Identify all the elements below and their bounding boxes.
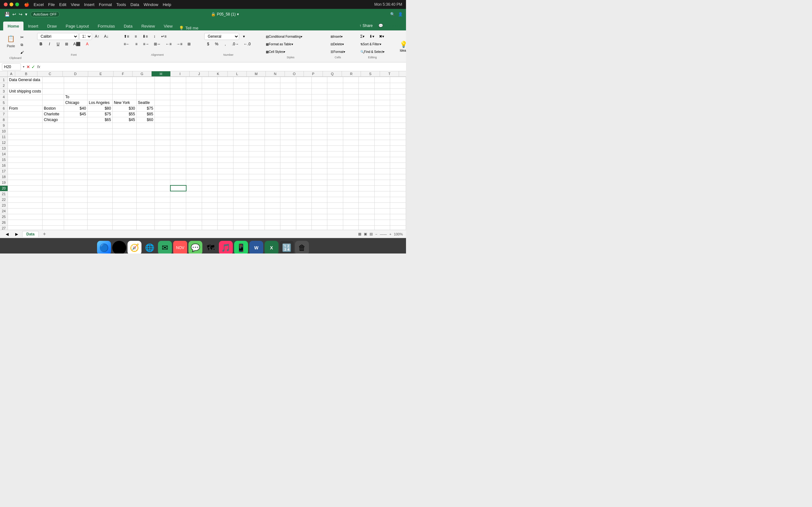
- cell-H9[interactable]: [170, 123, 186, 128]
- cell-T23[interactable]: [359, 203, 374, 208]
- cell-O26[interactable]: [281, 220, 296, 225]
- cell-K9[interactable]: [217, 123, 233, 128]
- cell-L12[interactable]: [233, 140, 249, 146]
- cell-D22[interactable]: [88, 197, 113, 203]
- cell-J12[interactable]: [202, 140, 217, 146]
- cell-N12[interactable]: [264, 140, 280, 146]
- cell-I4[interactable]: [186, 94, 202, 100]
- cell-Q22[interactable]: [312, 197, 327, 203]
- tab-draw[interactable]: Draw: [43, 21, 61, 31]
- cell-L5[interactable]: [233, 100, 249, 106]
- cell-K12[interactable]: [217, 140, 233, 146]
- cell-V26[interactable]: [390, 220, 406, 225]
- cell-L1[interactable]: [233, 77, 249, 83]
- insert-dropdown[interactable]: ▾: [341, 35, 343, 38]
- cell-R2[interactable]: [327, 83, 343, 89]
- cell-C20[interactable]: [64, 185, 87, 191]
- cell-R19[interactable]: [327, 180, 343, 185]
- cell-I14[interactable]: [186, 151, 202, 157]
- zoom-in-button[interactable]: +: [389, 232, 391, 236]
- cell-O15[interactable]: [281, 157, 296, 163]
- format-painter-button[interactable]: 🖌: [18, 49, 26, 56]
- cell-D15[interactable]: [88, 157, 113, 163]
- cell-S15[interactable]: [343, 157, 358, 163]
- cell-F25[interactable]: [136, 214, 154, 220]
- row-num-15[interactable]: 15: [0, 157, 8, 163]
- edit-menu[interactable]: Edit: [59, 2, 66, 7]
- cell-B16[interactable]: [43, 163, 64, 168]
- cell-L21[interactable]: [233, 191, 249, 197]
- cell-C11[interactable]: [64, 134, 87, 140]
- cell-O21[interactable]: [281, 191, 296, 197]
- cell-A19[interactable]: [8, 180, 43, 185]
- row-num-21[interactable]: 21: [0, 191, 8, 197]
- cell-H10[interactable]: [170, 128, 186, 134]
- cell-O6[interactable]: [281, 106, 296, 111]
- cell-V14[interactable]: [390, 151, 406, 157]
- cell-R24[interactable]: [327, 208, 343, 214]
- cell-N4[interactable]: [264, 94, 280, 100]
- cell-T9[interactable]: [359, 123, 374, 128]
- cell-H22[interactable]: [170, 197, 186, 203]
- cell-D13[interactable]: [88, 146, 113, 151]
- cell-U18[interactable]: [374, 174, 390, 180]
- underline-button[interactable]: U: [54, 41, 62, 48]
- cell-Q8[interactable]: [312, 117, 327, 123]
- cell-E12[interactable]: [112, 140, 136, 146]
- cell-L24[interactable]: [233, 208, 249, 214]
- cell-C9[interactable]: [64, 123, 87, 128]
- cell-V7[interactable]: [390, 111, 406, 117]
- cell-I24[interactable]: [186, 208, 202, 214]
- row-num-26[interactable]: 26: [0, 220, 8, 225]
- cell-O3[interactable]: [281, 89, 296, 94]
- number-format-icon[interactable]: ⊞: [185, 41, 193, 48]
- cell-D21[interactable]: [88, 191, 113, 197]
- cell-R4[interactable]: [327, 94, 343, 100]
- cell-P27[interactable]: [296, 225, 311, 230]
- cell-D5[interactable]: Los Angeles: [88, 100, 113, 106]
- cell-Q21[interactable]: [312, 191, 327, 197]
- row-num-6[interactable]: 6: [0, 106, 8, 111]
- dock-safari[interactable]: 🧭: [128, 241, 142, 254]
- cell-S9[interactable]: [343, 123, 358, 128]
- cell-V2[interactable]: [390, 83, 406, 89]
- cell-A8[interactable]: [8, 117, 43, 123]
- cell-M9[interactable]: [249, 123, 264, 128]
- col-header-l[interactable]: L: [228, 71, 247, 77]
- cell-C22[interactable]: [64, 197, 87, 203]
- cell-M4[interactable]: [249, 94, 264, 100]
- cell-V22[interactable]: [390, 197, 406, 203]
- cell-P3[interactable]: [296, 89, 311, 94]
- cell-T5[interactable]: [359, 100, 374, 106]
- file-menu[interactable]: File: [48, 2, 55, 7]
- close-button[interactable]: [4, 3, 8, 6]
- cell-K5[interactable]: [217, 100, 233, 106]
- cell-S24[interactable]: [343, 208, 358, 214]
- cell-L3[interactable]: [233, 89, 249, 94]
- cell-M20[interactable]: [249, 185, 264, 191]
- cell-V21[interactable]: [390, 191, 406, 197]
- sort-dropdown[interactable]: ▾: [380, 43, 381, 46]
- cell-G2[interactable]: [154, 83, 170, 89]
- cell-L2[interactable]: [233, 83, 249, 89]
- cell-M21[interactable]: [249, 191, 264, 197]
- cell-Q16[interactable]: [312, 163, 327, 168]
- cell-F11[interactable]: [136, 134, 154, 140]
- cell-J16[interactable]: [202, 163, 217, 168]
- cell-R14[interactable]: [327, 151, 343, 157]
- cell-Q6[interactable]: [312, 106, 327, 111]
- confirm-formula-icon[interactable]: ✓: [32, 64, 35, 69]
- cell-U14[interactable]: [374, 151, 390, 157]
- cell-I5[interactable]: [186, 100, 202, 106]
- cell-B5[interactable]: [43, 100, 64, 106]
- cell-N10[interactable]: [264, 128, 280, 134]
- cell-H23[interactable]: [170, 203, 186, 208]
- cell-U27[interactable]: [374, 225, 390, 230]
- cell-U12[interactable]: [374, 140, 390, 146]
- cell-U15[interactable]: [374, 157, 390, 163]
- cell-B27[interactable]: [43, 225, 64, 230]
- cell-N16[interactable]: [264, 163, 280, 168]
- cell-E11[interactable]: [112, 134, 136, 140]
- cell-Q1[interactable]: [312, 77, 327, 83]
- cell-M6[interactable]: [249, 106, 264, 111]
